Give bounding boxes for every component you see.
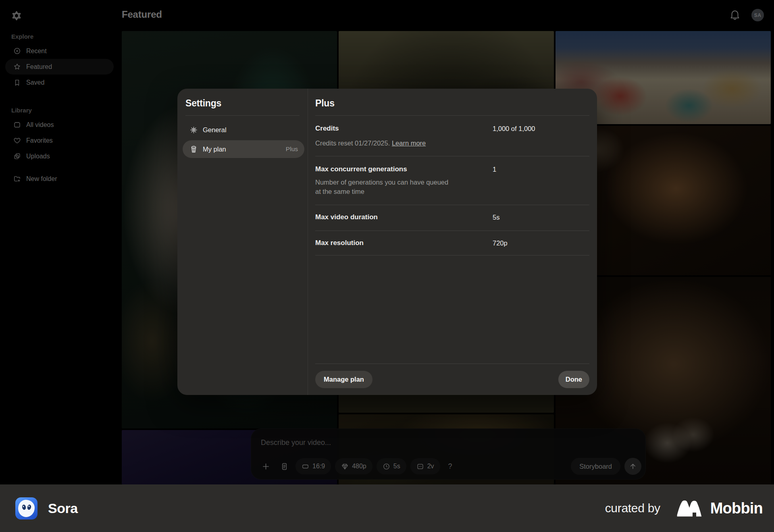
plan-row-duration: Max video duration 5s [315, 205, 589, 231]
sora-logo-icon [15, 497, 37, 520]
row-description: Number of generations you can have queue… [315, 178, 456, 196]
settings-nav-label: General [203, 126, 227, 134]
row-value: 1 [493, 165, 496, 174]
plan-row-credits: Credits 1,000 of 1,000 Credits reset 01/… [315, 116, 589, 156]
done-button[interactable]: Done [558, 371, 589, 388]
row-label: Credits [315, 124, 493, 133]
settings-modal: Settings General My plan Plus Plus Credi [177, 89, 597, 395]
settings-nav-my-plan[interactable]: My plan Plus [183, 140, 304, 158]
plan-title: Plus [315, 89, 589, 109]
row-value: 720p [493, 239, 508, 247]
learn-more-link[interactable]: Learn more [392, 139, 426, 147]
divider [185, 115, 300, 116]
settings-nav-label: My plan [203, 145, 226, 153]
modal-footer: Manage plan Done [315, 364, 589, 395]
row-value: 1,000 of 1,000 [493, 124, 535, 133]
curated-by-text: curated by [605, 501, 660, 515]
row-label: Max resolution [315, 239, 493, 247]
settings-nav-panel: Settings General My plan Plus [177, 89, 308, 395]
curated-footer: Sora curated by Mobbin [0, 484, 774, 532]
manage-plan-button[interactable]: Manage plan [315, 371, 372, 388]
sora-brand-name: Sora [48, 501, 78, 516]
mobbin-brand-name: Mobbin [710, 500, 763, 517]
plan-badge: Plus [286, 145, 298, 153]
plan-panel: Plus Credits 1,000 of 1,000 Credits rese… [308, 89, 597, 395]
gear-icon [190, 126, 198, 134]
row-label: Max video duration [315, 213, 493, 222]
row-value: 5s [493, 213, 499, 222]
mobbin-logo-icon [676, 499, 705, 518]
settings-nav-general[interactable]: General [183, 121, 304, 139]
sora-app-window: Featured SA Explore Recent Featured [0, 0, 774, 484]
plan-row-resolution: Max resolution 720p [315, 231, 589, 256]
settings-title: Settings [177, 89, 308, 109]
row-description: Credits reset 01/27/2025. [315, 139, 390, 147]
row-label: Max concurrent generations [315, 165, 493, 174]
plan-row-concurrent: Max concurrent generations 1 Number of g… [315, 156, 589, 205]
popcorn-icon [190, 145, 198, 153]
